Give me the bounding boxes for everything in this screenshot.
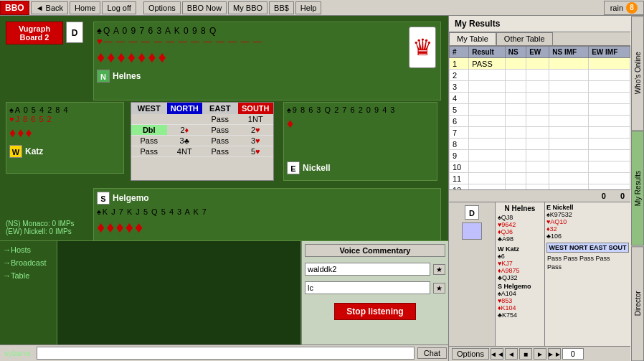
hosts-nav[interactable]: →Hosts — [3, 244, 54, 255]
bid-east-header: EAST — [202, 103, 238, 114]
right-panel: Who's Online My Results Director My Resu… — [448, 16, 644, 361]
result-row-2: 2 — [450, 70, 630, 81]
mini-deal-number — [462, 222, 482, 240]
east-player-name: Nickell — [303, 163, 331, 173]
nav-bottom-bar: Options ◄◄ ◄ ■ ► ►► 0 — [449, 346, 630, 361]
east-indicator: E — [287, 161, 300, 174]
total-ew: 0 — [620, 192, 625, 200]
mini-board-section: D N Helnes ♠QJ8 ♥9642 ♦QJ6 ♣A98 — [449, 202, 630, 346]
col-ew: EW — [526, 47, 549, 58]
mini-south-cards: S Helgemo ♠A104 ♥853 ♦K104 ♣K754 — [498, 283, 542, 319]
home-button[interactable]: Home — [70, 1, 100, 14]
back-button[interactable]: ◄ Back — [31, 1, 68, 14]
voice-user1-input[interactable] — [305, 263, 430, 276]
bid-row-4: Pass 4NT Pass 5♥ — [131, 146, 273, 157]
bbs-button[interactable]: BB$ — [269, 1, 294, 14]
score-area: (NS) Monaco: 0 IMPs (EW) Nickell: 0 IMPs — [6, 220, 124, 235]
mini-north-cards: ♠QJ8 ♥9642 ♦QJ6 ♣A98 — [498, 214, 542, 243]
bid-west-header: WEST — [131, 103, 167, 114]
ew-score: (EW) Nickell: 0 IMPs — [6, 228, 124, 235]
north-hand-area: ♠ Q A 0 9 7 6 3 A K 0 9 8 Q ♥ — — — — — … — [93, 22, 441, 100]
stop-listening-button[interactable]: Stop listening — [334, 303, 415, 320]
west-spades: ♠ A 0 5 4 2 8 4 — [9, 106, 120, 114]
mini-east-hearts: ♥AQ10 — [546, 218, 629, 225]
forward-nav-button[interactable]: ► — [534, 348, 546, 360]
result-row-5: 5 — [450, 104, 630, 116]
results-table: # Result NS EW NS IMF EW IMF 1 PASS — [449, 46, 630, 189]
voice-commentary-title: Voice Commentary — [305, 244, 445, 257]
result-row-1: 1 PASS — [450, 58, 630, 70]
voice-star2-button[interactable]: ★ — [433, 283, 445, 294]
mini-board-indicator: D — [449, 202, 496, 346]
other-table-tab[interactable]: Other Table — [496, 32, 553, 45]
north-indicator: N — [97, 70, 110, 83]
dealer-indicator: D — [66, 22, 83, 43]
table-nav[interactable]: →Table — [3, 270, 54, 281]
west-indicator: W — [9, 145, 22, 158]
mini-bid-line2: Pass — [546, 263, 629, 271]
my-bbo-button[interactable]: My BBO — [228, 1, 267, 14]
chat-bar: sybarra Chat — [0, 344, 448, 361]
bottom-panel: →Hosts →Broadcast →Table Voice Commentar… — [0, 240, 448, 361]
total-ns: 0 — [602, 192, 606, 200]
result-row-3: 3 — [450, 81, 630, 93]
mini-hands-area: N Helnes ♠QJ8 ♥9642 ♦QJ6 ♣A98 W Katz ♠6 … — [496, 202, 544, 346]
result-row-10: 10 — [450, 161, 630, 173]
voice-user2-input[interactable] — [305, 281, 430, 294]
menu-bar: BBO ◄ Back Home Log off Options BBO Now … — [0, 0, 644, 16]
whos-online-tab[interactable]: Who's Online — [631, 16, 644, 131]
north-player-name: Helnes — [113, 71, 141, 81]
col-ew-imf: EW IMF — [589, 47, 630, 58]
username-label: rain — [610, 4, 623, 12]
user-badge: rain 8 — [604, 1, 644, 15]
mini-dealer-box: D — [465, 205, 479, 220]
mini-east-label: E Nickell — [546, 204, 629, 211]
bbo-logo: BBO — [0, 1, 29, 15]
result-row-11: 11 — [450, 173, 630, 184]
broadcast-nav[interactable]: →Broadcast — [3, 257, 54, 268]
west-hearts: ♥ J 8 6 5 2 — [9, 115, 120, 123]
my-results-tab[interactable]: My Results — [631, 131, 644, 245]
score-number-display: 0 — [562, 348, 584, 360]
voice-user2-row: ★ — [305, 281, 445, 294]
mini-east-clubs: ♣106 — [546, 233, 629, 240]
mini-east-diamonds: ♦32 — [546, 225, 629, 233]
bid-row-2: Dbl 2♦ Pass 2♥ — [131, 125, 273, 136]
logoff-button[interactable]: Log off — [102, 1, 136, 14]
result-row-7: 7 — [450, 127, 630, 139]
chat-send-button[interactable]: Chat — [417, 347, 447, 359]
back-nav-button[interactable]: ◄ — [505, 348, 518, 360]
options-bottom-button[interactable]: Options — [452, 348, 489, 360]
mini-east-bidding: E Nickell ♠K97532 ♥AQ10 ♦32 ♣106 WEST NO… — [544, 202, 630, 346]
director-tab[interactable]: Director — [631, 246, 644, 361]
bid-row-3: Pass 3♣ Pass 3♥ — [131, 136, 273, 146]
south-spades: ♠ K J 7 K J 5 Q 5 4 3 A K 7 — [97, 207, 437, 216]
voice-user1-row: ★ — [305, 263, 445, 276]
board-info: Vugraph Board 2 — [6, 22, 63, 44]
results-table-container: # Result NS EW NS IMF EW IMF 1 PASS — [449, 46, 630, 189]
voice-star1-button[interactable]: ★ — [433, 264, 445, 275]
result-row-4: 4 — [450, 93, 630, 104]
totals-row: 0 0 — [449, 189, 630, 202]
bid-north-header: NORTH — [167, 103, 203, 114]
help-button[interactable]: Help — [295, 1, 322, 14]
chat-input[interactable] — [37, 347, 415, 360]
west-hand-area: ♠ A 0 5 4 2 8 4 ♥ J 8 6 5 2 ♦ ♦ ♦ W Katz — [6, 102, 124, 174]
west-player-name: Katz — [25, 146, 43, 156]
col-num: # — [450, 47, 469, 58]
col-result: Result — [469, 47, 506, 58]
options-menu-button[interactable]: Options — [143, 1, 181, 14]
my-table-tab[interactable]: My Table — [449, 32, 496, 45]
mini-west-cards: W Katz ♠6 ♥KJ7 ♦A9875 ♣QJ32 — [498, 245, 542, 281]
mini-north-label: N Helnes — [498, 205, 542, 212]
east-hand-area: ♠ 9 8 6 3 Q 2 7 6 2 0 9 4 3 ♦ E Nickell — [283, 102, 437, 181]
tabs-row: My Table Other Table — [449, 32, 630, 46]
prev-nav-button[interactable]: ◄◄ — [491, 348, 503, 360]
south-indicator: S — [97, 192, 110, 205]
stop-nav-button[interactable]: ■ — [519, 348, 532, 360]
col-ns: NS — [505, 47, 526, 58]
next-nav-button[interactable]: ►► — [548, 348, 561, 360]
face-card-image: ♛ — [409, 27, 436, 68]
results-title: My Results — [449, 16, 630, 32]
bbo-now-button[interactable]: BBO Now — [182, 1, 227, 14]
